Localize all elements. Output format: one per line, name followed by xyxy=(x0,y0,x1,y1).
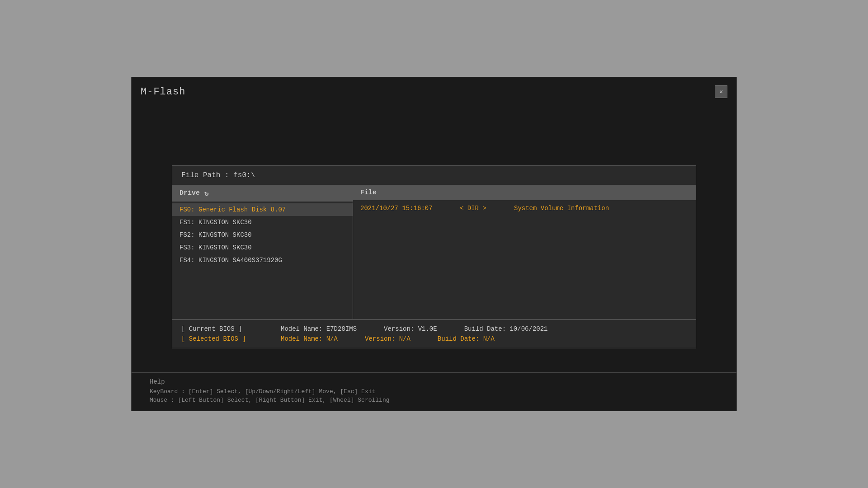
selected-build-value: Build Date: N/A xyxy=(438,335,495,343)
file-item-name: System Volume Information xyxy=(514,205,689,212)
drive-item-fs3[interactable]: FS3: KINGSTON SKC30 xyxy=(172,241,353,254)
selected-version-value: Version: N/A xyxy=(365,335,410,343)
app-title: M-Flash xyxy=(141,86,185,98)
file-column: File 2021/10/27 15:16:07 < DIR > System … xyxy=(353,185,696,319)
drive-item-fs1[interactable]: FS1: KINGSTON SKC30 xyxy=(172,216,353,229)
help-title: Help xyxy=(150,378,718,385)
file-item-date: 2021/10/27 15:16:07 xyxy=(360,205,442,212)
keyboard-text: [Enter] Select, [Up/Down/Right/Left] Mov… xyxy=(189,388,375,395)
keyboard-label: KeyBoard : xyxy=(150,388,185,395)
help-bar: Help KeyBoard : [Enter] Select, [Up/Down… xyxy=(132,372,736,411)
current-build-value: Build Date: 10/06/2021 xyxy=(464,325,548,333)
file-path-label: File Path : fs0:\ xyxy=(181,171,255,179)
file-item-svi[interactable]: 2021/10/27 15:16:07 < DIR > System Volum… xyxy=(353,202,696,215)
file-path-bar: File Path : fs0:\ xyxy=(172,166,696,185)
drive-item-label: FS1: KINGSTON SKC30 xyxy=(179,219,252,226)
file-column-header: File xyxy=(353,185,696,200)
keyboard-help: KeyBoard : [Enter] Select, [Up/Down/Righ… xyxy=(150,388,718,395)
title-bar: M-Flash × xyxy=(132,77,736,103)
drive-column: Drive ↻ FS0: Generic Flash Disk 8.07 FS1… xyxy=(172,185,353,319)
drive-item-label: FS0: Generic Flash Disk 8.07 xyxy=(179,206,286,213)
close-button[interactable]: × xyxy=(715,85,727,98)
current-version-value: Version: V1.0E xyxy=(384,325,437,333)
current-bios-label: [ Current BIOS ] xyxy=(181,325,254,333)
drive-column-header: Drive ↻ xyxy=(172,185,353,202)
mouse-help: Mouse : [Left Button] Select, [Right But… xyxy=(150,397,718,404)
bios-info: [ Current BIOS ] Model Name: E7D28IMS Ve… xyxy=(172,319,696,348)
drive-item-fs4[interactable]: FS4: KINGSTON SA400S371920G xyxy=(172,254,353,267)
drive-list: FS0: Generic Flash Disk 8.07 FS1: KINGST… xyxy=(172,202,353,319)
current-model-value: Model Name: E7D28IMS xyxy=(281,325,357,333)
drive-item-label: FS3: KINGSTON SKC30 xyxy=(179,244,252,251)
selected-bios-label: [ Selected BIOS ] xyxy=(181,335,254,343)
selected-model-value: Model Name: N/A xyxy=(281,335,338,343)
file-list: 2021/10/27 15:16:07 < DIR > System Volum… xyxy=(353,200,696,318)
main-window: M-Flash × File Path : fs0:\ Drive ↻ xyxy=(131,77,737,411)
drive-item-fs2[interactable]: FS2: KINGSTON SKC30 xyxy=(172,229,353,241)
drive-item-fs0[interactable]: FS0: Generic Flash Disk 8.07 xyxy=(172,203,353,216)
file-panel: File Path : fs0:\ Drive ↻ FS0: Generic F… xyxy=(172,165,696,348)
mouse-text: [Left Button] Select, [Right Button] Exi… xyxy=(178,397,389,404)
file-header-label: File xyxy=(360,189,377,197)
current-bios-row: [ Current BIOS ] Model Name: E7D28IMS Ve… xyxy=(181,325,687,333)
file-item-type: < DIR > xyxy=(460,205,496,212)
selected-bios-row: [ Selected BIOS ] Model Name: N/A Versio… xyxy=(181,335,687,343)
main-content: File Path : fs0:\ Drive ↻ FS0: Generic F… xyxy=(132,103,736,411)
drive-item-label: FS2: KINGSTON SKC30 xyxy=(179,231,252,239)
mouse-label: Mouse : xyxy=(150,397,175,404)
columns-container: Drive ↻ FS0: Generic Flash Disk 8.07 FS1… xyxy=(172,185,696,319)
drive-header-label: Drive xyxy=(179,189,200,197)
refresh-icon[interactable]: ↻ xyxy=(204,189,209,198)
drive-item-label: FS4: KINGSTON SA400S371920G xyxy=(179,257,282,264)
